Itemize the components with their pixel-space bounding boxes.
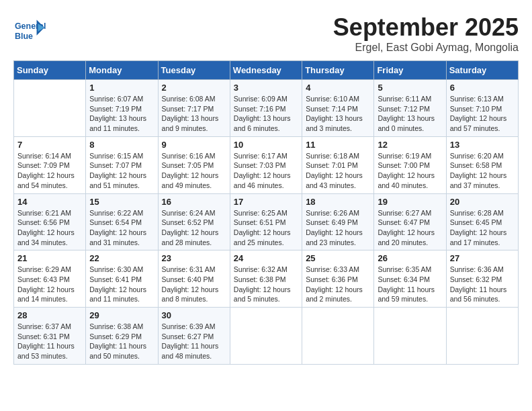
day-detail: Sunrise: 6:18 AMSunset: 7:01 PMDaylight:… [306, 151, 370, 191]
day-number: 11 [306, 140, 370, 150]
day-detail: Sunrise: 6:38 AMSunset: 6:29 PMDaylight:… [89, 322, 154, 361]
calendar-cell [14, 80, 86, 137]
calendar-cell: 11Sunrise: 6:18 AMSunset: 7:01 PMDayligh… [302, 136, 374, 193]
calendar-cell: 4Sunrise: 6:10 AMSunset: 7:14 PMDaylight… [302, 80, 374, 137]
day-detail: Sunrise: 6:19 AMSunset: 7:00 PMDaylight:… [378, 151, 442, 191]
calendar-cell: 27Sunrise: 6:36 AMSunset: 6:32 PMDayligh… [446, 250, 518, 308]
weekday-sunday: Sunday [14, 61, 86, 80]
weekday-header-row: SundayMondayTuesdayWednesdayThursdayFrid… [14, 61, 519, 80]
day-number: 12 [378, 140, 442, 150]
weekday-thursday: Thursday [302, 61, 374, 80]
svg-text:Blue: Blue [15, 32, 33, 41]
day-detail: Sunrise: 6:20 AMSunset: 6:58 PMDaylight:… [450, 151, 515, 191]
day-detail: Sunrise: 6:36 AMSunset: 6:32 PMDaylight:… [450, 265, 515, 304]
calendar-cell: 23Sunrise: 6:31 AMSunset: 6:40 PMDayligh… [158, 250, 230, 308]
calendar-cell: 25Sunrise: 6:33 AMSunset: 6:36 PMDayligh… [302, 250, 374, 308]
calendar-body: 1Sunrise: 6:07 AMSunset: 7:19 PMDaylight… [14, 80, 519, 365]
day-number: 17 [234, 197, 298, 207]
logo-icon: General Blue [13, 13, 46, 46]
calendar-cell: 22Sunrise: 6:30 AMSunset: 6:41 PMDayligh… [86, 250, 158, 308]
calendar-cell: 29Sunrise: 6:38 AMSunset: 6:29 PMDayligh… [86, 308, 158, 365]
calendar-cell: 20Sunrise: 6:28 AMSunset: 6:45 PMDayligh… [446, 193, 518, 250]
calendar-cell: 8Sunrise: 6:15 AMSunset: 7:07 PMDaylight… [86, 136, 158, 193]
calendar-cell: 21Sunrise: 6:29 AMSunset: 6:43 PMDayligh… [14, 250, 86, 308]
week-row-4: 21Sunrise: 6:29 AMSunset: 6:43 PMDayligh… [14, 250, 519, 308]
calendar-cell: 3Sunrise: 6:09 AMSunset: 7:16 PMDaylight… [230, 80, 302, 137]
calendar-cell: 24Sunrise: 6:32 AMSunset: 6:38 PMDayligh… [230, 250, 302, 308]
calendar-cell: 19Sunrise: 6:27 AMSunset: 6:47 PMDayligh… [374, 193, 446, 250]
week-row-1: 1Sunrise: 6:07 AMSunset: 7:19 PMDaylight… [14, 80, 519, 137]
day-number: 15 [89, 197, 154, 207]
day-detail: Sunrise: 6:39 AMSunset: 6:27 PMDaylight:… [162, 322, 226, 361]
day-number: 5 [378, 83, 442, 93]
calendar-cell: 10Sunrise: 6:17 AMSunset: 7:03 PMDayligh… [230, 136, 302, 193]
day-detail: Sunrise: 6:24 AMSunset: 6:52 PMDaylight:… [162, 208, 226, 248]
day-detail: Sunrise: 6:17 AMSunset: 7:03 PMDaylight:… [234, 151, 298, 191]
calendar-cell: 12Sunrise: 6:19 AMSunset: 7:00 PMDayligh… [374, 136, 446, 193]
day-detail: Sunrise: 6:28 AMSunset: 6:45 PMDaylight:… [450, 208, 515, 248]
day-detail: Sunrise: 6:07 AMSunset: 7:19 PMDaylight:… [89, 94, 154, 134]
calendar-cell: 14Sunrise: 6:21 AMSunset: 6:56 PMDayligh… [14, 193, 86, 250]
day-detail: Sunrise: 6:13 AMSunset: 7:10 PMDaylight:… [450, 94, 515, 134]
day-detail: Sunrise: 6:14 AMSunset: 7:09 PMDaylight:… [17, 151, 82, 191]
day-detail: Sunrise: 6:37 AMSunset: 6:31 PMDaylight:… [17, 322, 82, 361]
day-number: 4 [306, 83, 370, 93]
day-number: 29 [89, 310, 154, 320]
calendar-cell: 1Sunrise: 6:07 AMSunset: 7:19 PMDaylight… [86, 80, 158, 137]
day-number: 26 [378, 253, 442, 263]
week-row-5: 28Sunrise: 6:37 AMSunset: 6:31 PMDayligh… [14, 308, 519, 365]
day-number: 24 [234, 253, 298, 263]
day-number: 1 [89, 83, 154, 93]
day-detail: Sunrise: 6:16 AMSunset: 7:05 PMDaylight:… [162, 151, 226, 191]
day-detail: Sunrise: 6:33 AMSunset: 6:36 PMDaylight:… [306, 265, 370, 304]
calendar-cell [302, 308, 374, 365]
day-detail: Sunrise: 6:11 AMSunset: 7:12 PMDaylight:… [378, 94, 442, 134]
day-number: 28 [17, 310, 82, 320]
calendar-cell: 26Sunrise: 6:35 AMSunset: 6:34 PMDayligh… [374, 250, 446, 308]
calendar-cell: 18Sunrise: 6:26 AMSunset: 6:49 PMDayligh… [302, 193, 374, 250]
calendar-cell: 2Sunrise: 6:08 AMSunset: 7:17 PMDaylight… [158, 80, 230, 137]
day-detail: Sunrise: 6:25 AMSunset: 6:51 PMDaylight:… [234, 208, 298, 248]
calendar-cell: 7Sunrise: 6:14 AMSunset: 7:09 PMDaylight… [14, 136, 86, 193]
logo: General Blue [13, 13, 48, 46]
day-number: 30 [162, 310, 226, 320]
day-number: 25 [306, 253, 370, 263]
day-detail: Sunrise: 6:30 AMSunset: 6:41 PMDaylight:… [89, 265, 154, 304]
day-detail: Sunrise: 6:09 AMSunset: 7:16 PMDaylight:… [234, 94, 298, 134]
day-number: 23 [162, 253, 226, 263]
weekday-monday: Monday [86, 61, 158, 80]
calendar-cell [446, 308, 518, 365]
calendar-cell: 13Sunrise: 6:20 AMSunset: 6:58 PMDayligh… [446, 136, 518, 193]
calendar-cell: 6Sunrise: 6:13 AMSunset: 7:10 PMDaylight… [446, 80, 518, 137]
day-number: 18 [306, 197, 370, 207]
day-detail: Sunrise: 6:21 AMSunset: 6:56 PMDaylight:… [17, 208, 82, 248]
day-detail: Sunrise: 6:29 AMSunset: 6:43 PMDaylight:… [17, 265, 82, 304]
calendar-cell: 15Sunrise: 6:22 AMSunset: 6:54 PMDayligh… [86, 193, 158, 250]
day-number: 6 [450, 83, 515, 93]
day-number: 13 [450, 140, 515, 150]
day-detail: Sunrise: 6:27 AMSunset: 6:47 PMDaylight:… [378, 208, 442, 248]
day-number: 20 [450, 197, 515, 207]
day-number: 10 [234, 140, 298, 150]
weekday-tuesday: Tuesday [158, 61, 230, 80]
day-detail: Sunrise: 6:22 AMSunset: 6:54 PMDaylight:… [89, 208, 154, 248]
calendar-cell [230, 308, 302, 365]
calendar-cell: 9Sunrise: 6:16 AMSunset: 7:05 PMDaylight… [158, 136, 230, 193]
day-detail: Sunrise: 6:26 AMSunset: 6:49 PMDaylight:… [306, 208, 370, 248]
header: General Blue September 2025 Ergel, East … [13, 13, 519, 54]
day-number: 8 [89, 140, 154, 150]
weekday-friday: Friday [374, 61, 446, 80]
calendar-cell: 30Sunrise: 6:39 AMSunset: 6:27 PMDayligh… [158, 308, 230, 365]
day-number: 22 [89, 253, 154, 263]
day-detail: Sunrise: 6:15 AMSunset: 7:07 PMDaylight:… [89, 151, 154, 191]
calendar-cell [374, 308, 446, 365]
weekday-wednesday: Wednesday [230, 61, 302, 80]
day-detail: Sunrise: 6:10 AMSunset: 7:14 PMDaylight:… [306, 94, 370, 134]
month-title: September 2025 [333, 13, 519, 42]
day-number: 2 [162, 83, 226, 93]
day-number: 14 [17, 197, 82, 207]
day-number: 3 [234, 83, 298, 93]
subtitle: Ergel, East Gobi Aymag, Mongolia [333, 42, 519, 54]
title-area: September 2025 Ergel, East Gobi Aymag, M… [333, 13, 519, 54]
day-number: 16 [162, 197, 226, 207]
